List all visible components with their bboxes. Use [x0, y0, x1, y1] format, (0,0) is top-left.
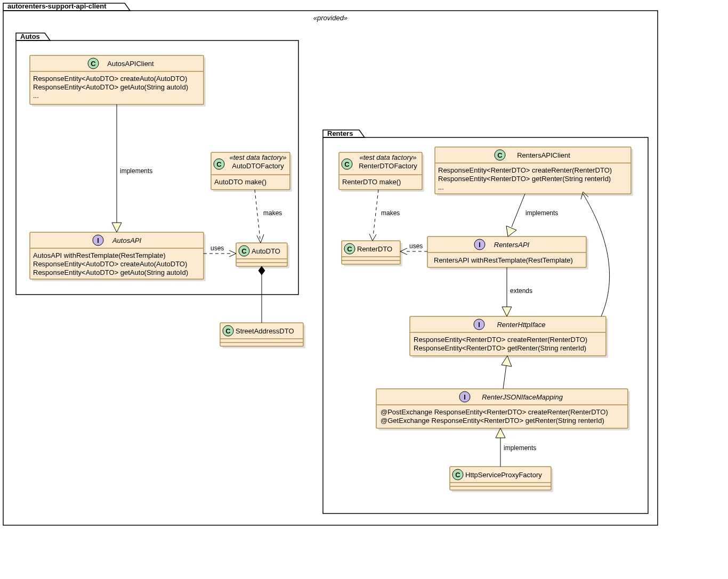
svg-marker-63: [502, 307, 512, 316]
class-renter-dto: C RenterDTO: [342, 241, 402, 266]
class-badge-c: C: [216, 160, 222, 168]
rel-label: makes: [263, 209, 282, 217]
class-badge-c: C: [225, 327, 231, 335]
class-renter-dto-factory: C «test data factory» RenterDTOFactory R…: [339, 152, 424, 192]
method: ResponseEntity<RenterDTO> getRenter(Stri…: [414, 344, 586, 352]
interface-badge-i: I: [464, 393, 466, 401]
class-renters-api-client: C RentersAPIClient ResponseEntity<Renter…: [435, 147, 633, 196]
package-outer-title: autorenters-support-api-client: [7, 2, 107, 10]
method: AutoDTO make(): [214, 178, 266, 186]
method: @GetExchange ResponseEntity<RenterDTO> g…: [381, 417, 604, 425]
svg-marker-53: [112, 223, 122, 232]
class-name: StreetAddressDTO: [236, 327, 294, 335]
class-name: AutoDTO: [252, 247, 280, 255]
rel-label: makes: [381, 209, 400, 217]
method: AutosAPI withRestTemplate(RestTemplate): [33, 251, 166, 259]
rel-autosclient-implements-autosapi: implements: [112, 104, 152, 232]
class-badge-c: C: [344, 160, 350, 168]
rel-label: implements: [504, 444, 536, 452]
rel-rentersapi-uses-renterdto: uses: [400, 242, 427, 255]
rel-label: uses: [211, 244, 224, 252]
package-autos-title: Autos: [20, 32, 40, 40]
method: ResponseEntity<AutoDTO> createAuto(AutoD…: [33, 75, 187, 83]
rel-rentersapi-extends-renterhttpiface: extends: [502, 267, 532, 316]
interface-name: RentersAPI: [494, 241, 530, 249]
method: ...: [33, 92, 39, 100]
class-auto-dto-factory: C «test data factory» AutoDTOFactory Aut…: [211, 152, 292, 192]
rel-autosapi-uses-autodto: uses: [204, 244, 236, 257]
class-street-address-dto: C StreetAddressDTO: [220, 323, 305, 348]
class-name: RenterDTO: [357, 245, 392, 253]
class-badge-c: C: [455, 471, 460, 479]
class-badge-c: C: [91, 60, 96, 68]
rel-label: implements: [525, 209, 558, 217]
rel-rentersclient-implements-rentersapi: implements: [506, 194, 558, 237]
rel-renterjson-extends-renterhttp: [501, 356, 512, 389]
class-name: AutosAPIClient: [107, 60, 154, 68]
svg-line-64: [503, 365, 506, 389]
interface-name: RenterJSONIfaceMapping: [482, 393, 563, 401]
class-autos-api-client: C AutosAPIClient ResponseEntity<AutoDTO>…: [30, 55, 206, 107]
class-badge-c: C: [347, 245, 352, 253]
method: RenterDTO make(): [342, 178, 401, 186]
class-name: AutoDTOFactory: [232, 162, 284, 170]
rel-renterdtofactory-makes-renterdto: makes: [369, 190, 400, 241]
class-name: RentersAPIClient: [517, 151, 570, 159]
rel-label: uses: [409, 242, 423, 250]
package-renters-title: Renters: [327, 129, 353, 137]
rel-httpproxy-implements-renterjson: implements: [496, 428, 536, 467]
interface-badge-i: I: [479, 241, 481, 249]
class-http-service-proxy-factory: C HttpServiceProxyFactory: [450, 467, 553, 492]
interface-renters-api: I RentersAPI RentersAPI withRestTemplate…: [427, 237, 588, 270]
class-name: HttpServiceProxyFactory: [465, 471, 542, 479]
class-badge-c: C: [241, 247, 247, 255]
svg-line-58: [373, 190, 378, 237]
interface-badge-i: I: [97, 237, 99, 244]
interface-badge-i: I: [478, 321, 480, 329]
method: ResponseEntity<RenterDTO> createRenter(R…: [438, 166, 612, 174]
class-auto-dto: C AutoDTO: [236, 243, 289, 268]
method: ResponseEntity<RenterDTO> getRenter(Stri…: [438, 175, 611, 183]
stereotype: «test data factory»: [230, 153, 287, 161]
interface-renter-http-iface: I RenterHttpIface ResponseEntity<RenterD…: [410, 316, 608, 358]
class-badge-c: C: [497, 151, 503, 159]
class-name: RenterDTOFactory: [359, 162, 417, 170]
rel-autodtofactory-makes-autodto: makes: [255, 190, 282, 243]
method: ResponseEntity<AutoDTO> getAuto(String a…: [33, 268, 188, 276]
method: RentersAPI withRestTemplate(RestTemplate…: [434, 256, 573, 264]
stereotype: «test data factory»: [360, 153, 417, 161]
interface-name: RenterHttpIface: [497, 321, 545, 329]
svg-marker-60: [506, 226, 516, 237]
svg-line-59: [512, 194, 525, 227]
method: ResponseEntity<AutoDTO> createAuto(AutoD…: [33, 260, 187, 268]
svg-line-54: [255, 190, 260, 239]
package-outer-stereotype: «provided»: [313, 14, 347, 22]
method: @PostExchange ResponseEntity<RenterDTO> …: [381, 408, 608, 416]
method: ResponseEntity<AutoDTO> getAuto(String a…: [33, 83, 188, 91]
interface-renter-json-iface-mapping: I RenterJSONIfaceMapping @PostExchange R…: [376, 389, 630, 430]
method: ...: [438, 183, 444, 191]
rel-label: extends: [510, 287, 532, 295]
rel-label: implements: [120, 167, 152, 175]
interface-name: AutosAPI: [112, 237, 142, 244]
method: ResponseEntity<RenterDTO> createRenter(R…: [414, 336, 587, 344]
interface-autos-api: I AutosAPI AutosAPI withRestTemplate(Res…: [30, 232, 206, 281]
